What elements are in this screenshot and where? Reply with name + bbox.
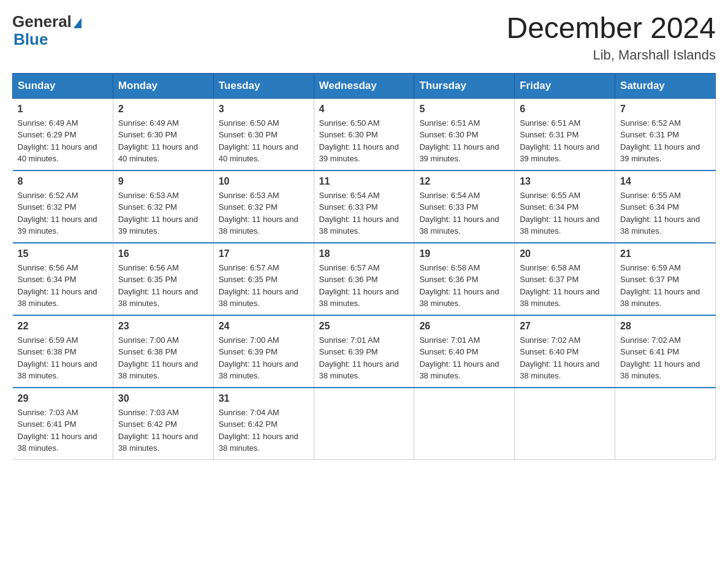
calendar-cell: 30Sunrise: 7:03 AMSunset: 6:42 PMDayligh…	[113, 388, 213, 460]
day-info: Sunrise: 6:57 AMSunset: 6:36 PMDaylight:…	[319, 262, 409, 310]
day-info: Sunrise: 6:49 AMSunset: 6:29 PMDaylight:…	[18, 117, 108, 165]
day-number: 30	[118, 393, 208, 404]
day-info: Sunrise: 6:50 AMSunset: 6:30 PMDaylight:…	[219, 117, 309, 165]
day-info: Sunrise: 6:58 AMSunset: 6:37 PMDaylight:…	[520, 262, 610, 310]
logo-triangle-icon	[74, 18, 82, 28]
calendar-week-row: 1Sunrise: 6:49 AMSunset: 6:29 PMDaylight…	[13, 98, 716, 170]
day-number: 9	[118, 176, 208, 187]
calendar-title: December 2024	[506, 12, 716, 45]
day-info: Sunrise: 7:00 AMSunset: 6:38 PMDaylight:…	[118, 334, 208, 382]
calendar-week-row: 22Sunrise: 6:59 AMSunset: 6:38 PMDayligh…	[13, 315, 716, 388]
day-number: 1	[18, 104, 108, 115]
day-number: 24	[219, 321, 309, 332]
day-number: 11	[319, 176, 409, 187]
day-number: 4	[319, 104, 409, 115]
calendar-cell: 21Sunrise: 6:59 AMSunset: 6:37 PMDayligh…	[615, 243, 716, 315]
day-info: Sunrise: 6:53 AMSunset: 6:32 PMDaylight:…	[118, 190, 208, 237]
day-number: 6	[520, 104, 610, 115]
calendar-cell: 4Sunrise: 6:50 AMSunset: 6:30 PMDaylight…	[314, 98, 414, 170]
calendar-cell: 27Sunrise: 7:02 AMSunset: 6:40 PMDayligh…	[515, 315, 615, 388]
day-number: 3	[219, 104, 309, 115]
day-number: 25	[319, 321, 409, 332]
day-info: Sunrise: 6:49 AMSunset: 6:30 PMDaylight:…	[118, 117, 208, 165]
col-header-tuesday: Tuesday	[213, 73, 314, 98]
day-info: Sunrise: 7:00 AMSunset: 6:39 PMDaylight:…	[219, 334, 309, 382]
calendar-cell	[314, 388, 414, 460]
day-number: 5	[419, 104, 509, 115]
logo-blue-text: Blue	[13, 30, 48, 49]
day-number: 8	[18, 176, 108, 187]
calendar-cell: 31Sunrise: 7:04 AMSunset: 6:42 PMDayligh…	[213, 388, 314, 460]
col-header-saturday: Saturday	[615, 73, 716, 98]
calendar-header-row: SundayMondayTuesdayWednesdayThursdayFrid…	[13, 73, 716, 98]
calendar-week-row: 15Sunrise: 6:56 AMSunset: 6:34 PMDayligh…	[13, 243, 716, 315]
day-number: 2	[118, 104, 208, 115]
day-number: 19	[419, 248, 509, 259]
day-number: 14	[620, 176, 710, 187]
calendar-cell: 8Sunrise: 6:52 AMSunset: 6:32 PMDaylight…	[13, 170, 113, 243]
calendar-cell: 5Sunrise: 6:51 AMSunset: 6:30 PMDaylight…	[414, 98, 515, 170]
calendar-cell: 16Sunrise: 6:56 AMSunset: 6:35 PMDayligh…	[113, 243, 213, 315]
calendar-cell	[615, 388, 716, 460]
day-number: 27	[520, 321, 610, 332]
calendar-week-row: 29Sunrise: 7:03 AMSunset: 6:41 PMDayligh…	[13, 388, 716, 460]
day-info: Sunrise: 6:53 AMSunset: 6:32 PMDaylight:…	[219, 190, 309, 237]
day-info: Sunrise: 6:51 AMSunset: 6:30 PMDaylight:…	[419, 117, 509, 165]
day-info: Sunrise: 7:03 AMSunset: 6:41 PMDaylight:…	[18, 407, 108, 454]
calendar-cell: 20Sunrise: 6:58 AMSunset: 6:37 PMDayligh…	[515, 243, 615, 315]
calendar-cell: 28Sunrise: 7:02 AMSunset: 6:41 PMDayligh…	[615, 315, 716, 388]
logo-line1: General	[12, 12, 82, 31]
day-info: Sunrise: 6:51 AMSunset: 6:31 PMDaylight:…	[520, 117, 610, 165]
calendar-cell: 19Sunrise: 6:58 AMSunset: 6:36 PMDayligh…	[414, 243, 515, 315]
day-info: Sunrise: 6:59 AMSunset: 6:37 PMDaylight:…	[620, 262, 710, 310]
calendar-cell: 12Sunrise: 6:54 AMSunset: 6:33 PMDayligh…	[414, 170, 515, 243]
calendar-subtitle: Lib, Marshall Islands	[506, 47, 716, 63]
day-number: 28	[620, 321, 710, 332]
calendar-week-row: 8Sunrise: 6:52 AMSunset: 6:32 PMDaylight…	[13, 170, 716, 243]
calendar-table: SundayMondayTuesdayWednesdayThursdayFrid…	[12, 73, 716, 460]
calendar-cell: 29Sunrise: 7:03 AMSunset: 6:41 PMDayligh…	[13, 388, 113, 460]
logo-general-text: General	[12, 12, 72, 31]
day-info: Sunrise: 6:54 AMSunset: 6:33 PMDaylight:…	[319, 190, 409, 237]
calendar-cell	[414, 388, 515, 460]
day-number: 17	[219, 248, 309, 259]
page-header: General Blue December 2024 Lib, Marshall…	[12, 12, 716, 63]
calendar-cell: 26Sunrise: 7:01 AMSunset: 6:40 PMDayligh…	[414, 315, 515, 388]
calendar-cell: 23Sunrise: 7:00 AMSunset: 6:38 PMDayligh…	[113, 315, 213, 388]
calendar-cell: 1Sunrise: 6:49 AMSunset: 6:29 PMDaylight…	[13, 98, 113, 170]
day-number: 22	[18, 321, 108, 332]
day-number: 26	[419, 321, 509, 332]
calendar-cell: 13Sunrise: 6:55 AMSunset: 6:34 PMDayligh…	[515, 170, 615, 243]
day-info: Sunrise: 7:04 AMSunset: 6:42 PMDaylight:…	[219, 407, 309, 454]
title-area: December 2024 Lib, Marshall Islands	[506, 12, 716, 63]
day-number: 10	[219, 176, 309, 187]
day-number: 31	[219, 393, 309, 404]
day-number: 12	[419, 176, 509, 187]
day-info: Sunrise: 6:56 AMSunset: 6:34 PMDaylight:…	[18, 262, 108, 310]
day-info: Sunrise: 6:56 AMSunset: 6:35 PMDaylight:…	[118, 262, 208, 310]
day-info: Sunrise: 6:52 AMSunset: 6:32 PMDaylight:…	[18, 190, 108, 237]
day-number: 15	[18, 248, 108, 259]
calendar-cell: 10Sunrise: 6:53 AMSunset: 6:32 PMDayligh…	[213, 170, 314, 243]
calendar-cell: 6Sunrise: 6:51 AMSunset: 6:31 PMDaylight…	[515, 98, 615, 170]
col-header-thursday: Thursday	[414, 73, 515, 98]
day-number: 20	[520, 248, 610, 259]
col-header-wednesday: Wednesday	[314, 73, 414, 98]
day-info: Sunrise: 6:55 AMSunset: 6:34 PMDaylight:…	[520, 190, 610, 237]
day-number: 7	[620, 104, 710, 115]
day-info: Sunrise: 6:52 AMSunset: 6:31 PMDaylight:…	[620, 117, 710, 165]
day-number: 23	[118, 321, 208, 332]
day-info: Sunrise: 6:59 AMSunset: 6:38 PMDaylight:…	[18, 334, 108, 382]
day-info: Sunrise: 6:58 AMSunset: 6:36 PMDaylight:…	[419, 262, 509, 310]
calendar-cell: 11Sunrise: 6:54 AMSunset: 6:33 PMDayligh…	[314, 170, 414, 243]
calendar-cell: 22Sunrise: 6:59 AMSunset: 6:38 PMDayligh…	[13, 315, 113, 388]
calendar-cell: 7Sunrise: 6:52 AMSunset: 6:31 PMDaylight…	[615, 98, 716, 170]
logo: General Blue	[12, 12, 82, 49]
col-header-monday: Monday	[113, 73, 213, 98]
calendar-cell: 15Sunrise: 6:56 AMSunset: 6:34 PMDayligh…	[13, 243, 113, 315]
col-header-sunday: Sunday	[13, 73, 113, 98]
day-info: Sunrise: 7:03 AMSunset: 6:42 PMDaylight:…	[118, 407, 208, 454]
day-number: 13	[520, 176, 610, 187]
day-info: Sunrise: 6:57 AMSunset: 6:35 PMDaylight:…	[219, 262, 309, 310]
day-info: Sunrise: 6:50 AMSunset: 6:30 PMDaylight:…	[319, 117, 409, 165]
